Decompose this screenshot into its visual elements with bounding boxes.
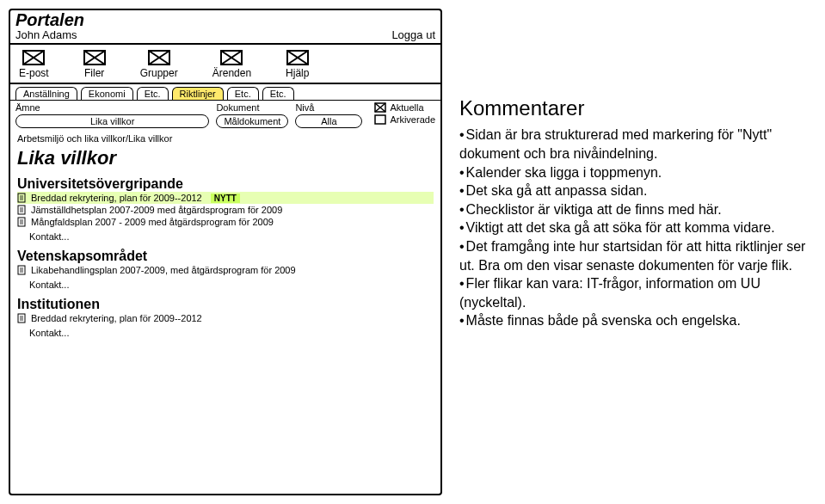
sub-tab-1[interactable]: Ekonomi [81,87,133,100]
list-item[interactable]: Mångfaldsplan 2007 - 2009 med åtgärdspro… [17,216,434,228]
list-item[interactable]: Breddad rekrytering, plan för 2009--2012… [17,192,434,204]
list-item-label: Breddad rekrytering, plan för 2009--2012 [31,193,202,203]
filter-niva-input[interactable]: Alla [295,114,362,128]
sub-tabs: AnställningEkonomiEtc.RiktlinjerEtc.Etc. [10,84,440,100]
filters-row: Ämne Lika villkor Dokument Måldokument N… [10,100,440,132]
main-tab-label: Ärenden [212,67,251,79]
comment-bullet: Kalender ska ligga i toppmenyn. [459,163,816,182]
logout-link[interactable]: Logga ut [391,28,435,41]
filter-niva-label: Nivå [295,102,362,113]
list-item-label: Jämställdhetsplan 2007-2009 med åtgärdsp… [31,205,282,215]
main-tabs: E-post Filer Grupper Ärenden Hjälp [10,45,440,84]
list-item[interactable]: Breddad rekrytering, plan för 2009--2012 [17,312,434,324]
main-tab-label: Grupper [140,67,178,79]
comment-bullet: Måste finnas både på svenska och engelsk… [459,311,816,330]
comment-bullet: Viktigt att det ska gå att söka för att … [459,218,816,237]
list-item-label: Breddad rekrytering, plan för 2009--2012 [31,313,202,323]
user-name: John Adams [15,28,77,41]
document-icon [17,265,26,275]
main-tab-filer[interactable]: Filer [83,50,106,79]
kontakt-link[interactable]: Kontakt... [29,328,434,338]
document-icon [17,205,26,215]
comments-heading: Kommentarer [459,95,816,122]
comment-bullet: Det ska gå att anpassa sidan. [459,181,816,200]
sub-tab-2[interactable]: Etc. [137,87,169,100]
comment-bullet: Det framgång inte hur startsidan för att… [459,237,816,274]
list-item[interactable]: Jämställdhetsplan 2007-2009 med åtgärdsp… [17,204,434,216]
comment-bullet: Fler flikar kan vara: IT-frågor, informa… [459,274,816,311]
list-item[interactable]: Likabehandlingsplan 2007-2009, med åtgär… [17,264,434,276]
section-title: Vetenskapsområdet [17,249,434,264]
sub-tab-0[interactable]: Anställning [15,87,77,100]
main-tab-e-post[interactable]: E-post [19,50,49,79]
document-icon [17,313,26,323]
topbar: Portalen John Adams Logga ut [10,10,440,45]
kontakt-link[interactable]: Kontakt... [29,280,434,290]
tab-icon [22,50,45,65]
checkbox-aktuella[interactable] [374,102,386,113]
page-title: Lika villkor [17,147,434,169]
arkiverade-label: Arkiverade [390,114,435,125]
svg-rect-18 [375,115,385,124]
new-badge: NYTT [211,194,240,203]
comments-panel: Kommentarer Sidan är bra strukturerad me… [459,9,816,495]
portal-title: Portalen [15,10,435,30]
main-tab-ärenden[interactable]: Ärenden [212,50,251,79]
comments-list: Sidan är bra strukturerad med markering … [459,126,816,330]
tab-icon [286,50,309,65]
filter-amne-label: Ämne [15,102,209,113]
section-title: Institutionen [17,297,434,312]
document-icon [17,193,26,203]
mockup-window: Portalen John Adams Logga ut E-post File… [9,9,442,495]
main-tab-hjälp[interactable]: Hjälp [286,50,309,79]
section-title: Universitetsövergripande [17,176,434,192]
main-tab-label: Hjälp [286,67,309,79]
tab-icon [148,50,170,65]
sub-tab-4[interactable]: Etc. [227,87,259,100]
sub-tab-3[interactable]: Riktlinjer [172,87,224,100]
document-icon [17,217,26,227]
filter-amne-input[interactable]: Lika villkor [15,114,209,128]
list-item-label: Mångfaldsplan 2007 - 2009 med åtgärdspro… [31,217,274,227]
comment-bullet: Checklistor är viktiga att de finns med … [459,200,816,219]
filter-dokument-input[interactable]: Måldokument [216,114,288,128]
filter-dokument-label: Dokument [216,102,288,113]
breadcrumb: Arbetsmiljö och lika villkor/Lika villko… [10,132,440,145]
checkbox-arkiverade[interactable] [374,114,386,125]
comment-bullet: Sidan är bra strukturerad med markering … [459,126,816,163]
sub-tab-5[interactable]: Etc. [262,87,294,100]
main-tab-label: Filer [84,67,104,79]
tab-icon [220,50,243,65]
tab-icon [83,50,106,65]
aktuella-label: Aktuella [390,102,423,113]
main-tab-label: E-post [19,67,49,79]
content-area: Lika villkor Universitetsövergripande Br… [10,145,440,348]
list-item-label: Likabehandlingsplan 2007-2009, med åtgär… [31,265,296,275]
main-tab-grupper[interactable]: Grupper [140,50,178,79]
kontakt-link[interactable]: Kontakt... [29,231,434,242]
